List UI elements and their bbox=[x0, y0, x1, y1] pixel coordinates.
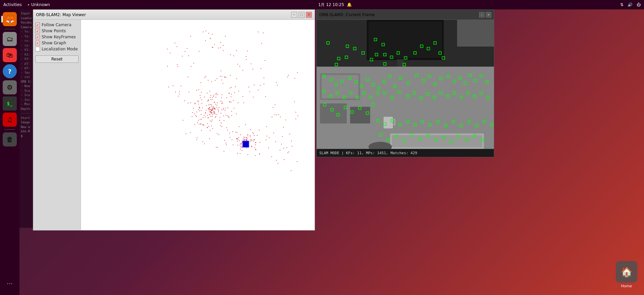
map-viewer-close-btn[interactable]: ✕ bbox=[306, 12, 312, 18]
map-point bbox=[254, 135, 255, 136]
dock-icon-files[interactable]: 🗂 bbox=[3, 32, 17, 46]
map-point bbox=[283, 127, 284, 128]
dock-icon-terminal[interactable]: $_ bbox=[3, 96, 17, 111]
map-point bbox=[236, 50, 237, 51]
map-point bbox=[223, 83, 223, 84]
map-point bbox=[250, 139, 251, 140]
map-point bbox=[226, 144, 227, 145]
map-viewer-titlebar[interactable]: ORB-SLAM2: Map Viewer − □ ✕ bbox=[33, 10, 315, 20]
map-point bbox=[240, 149, 241, 150]
map-point bbox=[220, 117, 220, 118]
map-point bbox=[216, 107, 217, 108]
current-frame-titlebar[interactable]: ORB-SLAM2: Current Frame − ✕ bbox=[317, 10, 494, 20]
camera-marker bbox=[242, 141, 249, 148]
map-point bbox=[179, 94, 180, 94]
map-point bbox=[217, 105, 217, 106]
map-point bbox=[291, 141, 292, 141]
show-graph-row[interactable]: Show Graph bbox=[35, 41, 79, 45]
map-point bbox=[242, 70, 243, 71]
top-bar: Activities ✦ Unknown 1月 12 10:25 🔔 ⇅ 🔊 ⏻ bbox=[0, 0, 644, 9]
dock-icon-music[interactable]: ♫ bbox=[3, 113, 17, 127]
follow-camera-checkbox[interactable] bbox=[35, 23, 40, 27]
show-graph-checkbox[interactable] bbox=[35, 41, 40, 45]
map-point bbox=[208, 80, 209, 81]
map-point bbox=[190, 132, 191, 133]
frame-image bbox=[317, 20, 494, 149]
map-point bbox=[214, 107, 214, 108]
map-point bbox=[197, 137, 197, 138]
dock-icon-settings[interactable]: ⚙ bbox=[3, 80, 17, 94]
map-point bbox=[275, 114, 275, 115]
show-points-checkbox[interactable] bbox=[35, 29, 40, 33]
map-point bbox=[231, 94, 232, 94]
current-frame-minimize-btn[interactable]: − bbox=[479, 12, 485, 17]
map-point bbox=[223, 116, 224, 116]
map-point bbox=[275, 104, 275, 105]
map-point bbox=[273, 133, 274, 133]
current-frame-close-btn[interactable]: ✕ bbox=[486, 12, 491, 17]
map-point bbox=[250, 129, 251, 130]
map-point bbox=[240, 145, 240, 145]
map-point bbox=[194, 114, 195, 114]
dock-icon-software[interactable]: 🛍 bbox=[3, 48, 17, 62]
dock-icon-help[interactable]: ? bbox=[3, 64, 17, 78]
map-point bbox=[212, 110, 213, 111]
svg-rect-2 bbox=[368, 22, 442, 58]
map-point bbox=[260, 85, 261, 86]
show-points-label: Show Points bbox=[42, 29, 66, 33]
show-keyframes-checkbox[interactable] bbox=[35, 35, 40, 39]
map-point bbox=[214, 113, 215, 114]
home-icon[interactable]: 🏠 bbox=[616, 261, 637, 283]
unknown-label: ✦ Unknown bbox=[27, 2, 50, 7]
map-point bbox=[215, 109, 215, 110]
follow-camera-label: Follow Camera bbox=[42, 23, 72, 27]
map-viewer-title: ORB-SLAM2: Map Viewer bbox=[36, 12, 86, 17]
sound-icon[interactable]: 🔊 bbox=[628, 2, 633, 7]
map-point bbox=[217, 102, 218, 103]
map-point bbox=[218, 48, 219, 48]
network-icon[interactable]: ⇅ bbox=[620, 2, 624, 7]
map-point bbox=[177, 46, 177, 47]
map-point bbox=[190, 36, 191, 37]
map-point bbox=[217, 78, 217, 79]
map-point bbox=[235, 132, 236, 132]
map-canvas[interactable] bbox=[81, 20, 315, 230]
map-point bbox=[167, 49, 168, 49]
map-point bbox=[256, 150, 256, 150]
map-viewer-maximize-btn[interactable]: □ bbox=[298, 12, 305, 18]
map-point bbox=[199, 111, 200, 111]
show-keyframes-row[interactable]: Show KeyFrames bbox=[35, 35, 79, 39]
show-points-row[interactable]: Show Points bbox=[35, 29, 79, 33]
map-point bbox=[233, 144, 233, 145]
map-viewer-minimize-btn[interactable]: − bbox=[291, 12, 297, 18]
map-point bbox=[218, 109, 218, 110]
dock-icon-apps[interactable]: ⋯ bbox=[3, 276, 17, 290]
map-point bbox=[225, 110, 225, 111]
map-point bbox=[282, 136, 283, 137]
map-point bbox=[225, 36, 226, 37]
map-point bbox=[196, 116, 197, 117]
map-point bbox=[192, 112, 193, 113]
map-point bbox=[195, 103, 195, 103]
map-point bbox=[226, 97, 227, 98]
map-point bbox=[198, 109, 199, 110]
map-point bbox=[266, 139, 266, 140]
reset-button[interactable]: Reset bbox=[35, 55, 79, 63]
map-point bbox=[237, 64, 238, 65]
map-point bbox=[205, 40, 206, 41]
map-point bbox=[212, 116, 213, 117]
bell-icon[interactable]: 🔔 bbox=[347, 2, 352, 7]
map-point bbox=[230, 101, 230, 102]
follow-camera-row[interactable]: Follow Camera bbox=[35, 23, 79, 27]
map-point bbox=[207, 115, 208, 116]
map-point bbox=[241, 146, 241, 147]
power-icon[interactable]: ⏻ bbox=[637, 2, 641, 7]
dock-icon-trash[interactable]: 🗑 bbox=[3, 132, 17, 146]
localization-mode-checkbox[interactable] bbox=[35, 47, 40, 51]
localization-mode-row[interactable]: Localization Mode bbox=[35, 47, 79, 51]
map-point bbox=[297, 161, 297, 162]
map-point bbox=[201, 103, 202, 104]
activities-label[interactable]: Activities bbox=[3, 2, 22, 7]
dock-icon-firefox[interactable]: 🦊 bbox=[3, 12, 17, 26]
map-point bbox=[193, 63, 194, 64]
